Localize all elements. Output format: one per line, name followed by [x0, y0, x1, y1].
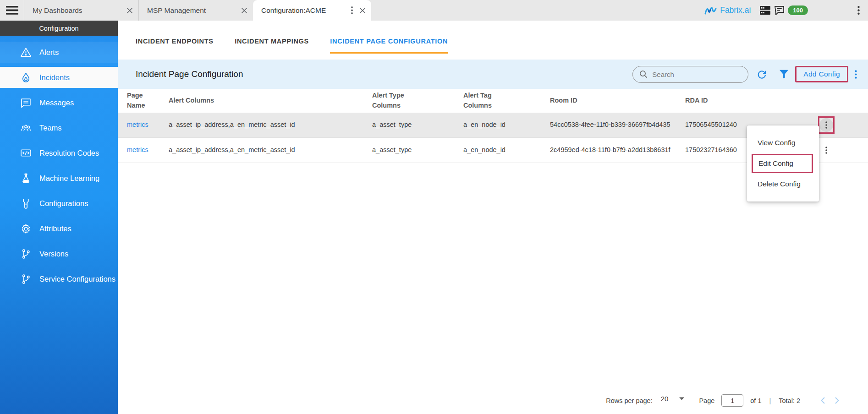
hamburger-menu-button[interactable] [0, 0, 24, 21]
brand-name: Fabrix.ai [720, 5, 751, 15]
git-branch-icon [20, 273, 32, 285]
add-config-highlight-box: Add Config [795, 66, 848, 82]
filter-icon[interactable] [779, 70, 789, 79]
sidebar-item-label: Teams [39, 124, 62, 132]
people-icon [20, 122, 32, 134]
top-bar: My Dashboards MSP Management Configurati… [0, 0, 868, 21]
sidebar-item-label: Alerts [39, 48, 59, 57]
git-branch-icon [20, 248, 32, 260]
column-header-room-id: Room ID [550, 96, 685, 106]
sidebar-item-label: Machine Learning [39, 174, 99, 183]
flask-icon [20, 172, 32, 184]
code-screen-icon [20, 147, 32, 159]
tab-label: Configuration:ACME [261, 6, 349, 15]
sidebar-item-messages[interactable]: Messages [0, 92, 118, 113]
rows-per-page-label: Rows per page: [606, 397, 653, 404]
tab-incident-mappings[interactable]: INCIDENT MAPPINGS [235, 38, 309, 54]
sidebar-menu: Alerts Incidents Messages Teams [0, 36, 118, 289]
tab-label: My Dashboards [33, 6, 122, 15]
browser-tab-configuration-acme[interactable]: Configuration:ACME [253, 0, 371, 21]
sidebar-item-label: Service Configurations [39, 275, 115, 283]
sidebar-item-attributes[interactable]: Attributes [0, 218, 118, 239]
refresh-icon[interactable] [757, 69, 767, 80]
sidebar-item-versions[interactable]: Versions [0, 243, 118, 264]
browser-tab-my-dashboards[interactable]: My Dashboards [24, 0, 138, 21]
pagination-bar: Rows per page: 20 Page of 1 | Total: 2 [606, 394, 840, 407]
page-title: Incident Page Configuration [136, 69, 243, 79]
browser-tab-msp-management[interactable]: MSP Management [138, 0, 253, 21]
row-actions-kebab-icon[interactable] [818, 142, 835, 159]
rows-per-page-select[interactable]: 20 [659, 395, 688, 406]
fabrix-logo: Fabrix.ai [704, 5, 756, 15]
row-actions-kebab-icon[interactable] [819, 118, 833, 132]
sidebar-item-resolution-codes[interactable]: Resolution Codes [0, 142, 118, 163]
incident-tabs: INCIDENT ENDPOINTS INCIDENT MAPPINGS INC… [118, 21, 868, 54]
sidebar-item-service-configurations[interactable]: Service Configurations [0, 268, 118, 289]
sidebar-item-label: Incidents [39, 73, 70, 82]
hamburger-icon [6, 5, 18, 15]
row-actions-highlight-box [818, 116, 835, 134]
tab-incident-endpoints[interactable]: INCIDENT ENDPOINTS [136, 38, 214, 54]
menu-item-edit-config[interactable]: Edit Config [752, 154, 813, 173]
chevron-down-icon [679, 397, 684, 400]
sidebar-item-label: Configurations [39, 199, 88, 208]
toolbar-kebab-icon[interactable] [855, 70, 857, 79]
sidebar-item-configurations[interactable]: Configurations [0, 193, 118, 214]
table-toolbar: Incident Page Configuration Add Config [118, 60, 868, 89]
gear-icon [20, 223, 32, 234]
fabrix-logo-icon [704, 6, 717, 15]
sidebar-item-alerts[interactable]: Alerts [0, 42, 118, 63]
close-icon[interactable] [241, 7, 247, 14]
search-input[interactable] [652, 71, 737, 78]
table-header-row: Page Name Alert Columns Alert Type Colum… [118, 89, 868, 113]
sidebar-item-label: Messages [39, 98, 74, 107]
tab-options-kebab-icon[interactable] [351, 6, 353, 14]
alert-type-columns-cell: a_asset_type [372, 142, 463, 159]
alert-tag-columns-cell: a_en_node_id [463, 142, 550, 159]
chevron-right-icon[interactable] [835, 397, 840, 404]
column-header-alert-columns: Alert Columns [169, 96, 372, 106]
alert-tag-columns-cell: a_en_node_id [463, 116, 550, 134]
sidebar-item-teams[interactable]: Teams [0, 117, 118, 138]
sidebar-item-label: Resolution Codes [39, 149, 99, 158]
column-header-alert-tag-columns: Alert Tag Columns [463, 91, 507, 111]
sidebar-item-label: Attributes [39, 224, 71, 233]
tab-label: MSP Management [147, 6, 236, 15]
column-header-alert-type-columns: Alert Type Columns [372, 91, 416, 111]
close-icon[interactable] [126, 7, 133, 14]
add-config-button[interactable]: Add Config [803, 70, 840, 78]
sidebar-item-label: Versions [39, 250, 68, 258]
search-box[interactable] [632, 66, 748, 83]
rows-per-page-value: 20 [661, 395, 669, 403]
sidebar: Configuration Alerts Incidents Messages [0, 21, 118, 414]
page-name-link[interactable]: metrics [127, 121, 148, 128]
wrench-icon [20, 197, 32, 209]
topbar-kebab-icon[interactable] [857, 6, 860, 15]
room-id-cell: 2c4959ed-4c18-11f0-b7f9-a2dd13b8631f [550, 142, 685, 159]
tab-incident-page-configuration[interactable]: INCIDENT PAGE CONFIGURATION [330, 38, 448, 54]
sidebar-header: Configuration [0, 21, 118, 36]
chat-icon[interactable] [774, 5, 785, 15]
alert-columns-cell: a_asset_ip_address,a_en_metric_asset_id [169, 142, 372, 159]
sidebar-item-incidents[interactable]: Incidents [0, 67, 118, 88]
main-content: INCIDENT ENDPOINTS INCIDENT MAPPINGS INC… [118, 21, 868, 414]
page-of-label: of 1 [750, 397, 761, 404]
chevron-left-icon[interactable] [820, 397, 825, 404]
sidebar-item-machine-learning[interactable]: Machine Learning [0, 168, 118, 189]
column-header-page-name: Page Name [127, 91, 159, 111]
menu-item-view-config[interactable]: View Config [747, 132, 819, 154]
flame-icon [20, 71, 32, 83]
column-header-rda-id: RDA ID [685, 96, 818, 106]
message-icon [20, 97, 32, 109]
room-id-cell: 54cc0538-4fee-11f0-b339-36697fb4d435 [550, 116, 685, 134]
row-context-menu: View Config Edit Config Delete Config [747, 125, 819, 202]
page-number-input[interactable] [721, 394, 743, 407]
close-icon[interactable] [359, 7, 366, 14]
page-name-link[interactable]: metrics [127, 146, 148, 153]
menu-item-delete-config[interactable]: Delete Config [747, 173, 819, 195]
search-icon [639, 70, 648, 78]
alert-triangle-icon [20, 46, 32, 58]
server-list-icon[interactable] [760, 5, 770, 15]
alert-type-columns-cell: a_asset_type [372, 116, 463, 134]
page-label: Page [699, 397, 714, 404]
